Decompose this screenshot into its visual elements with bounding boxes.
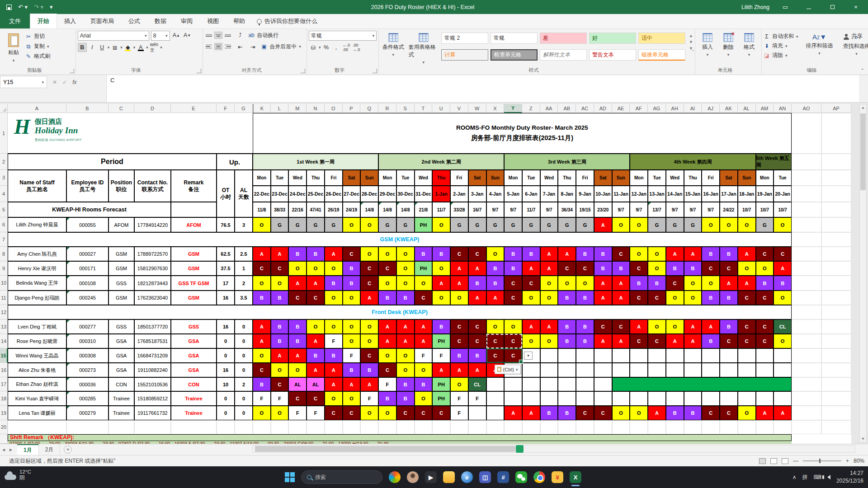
day-header-cell[interactable]: Sat [343, 170, 361, 186]
column-header-N[interactable]: N [307, 104, 325, 113]
row-header-4[interactable]: 4 [0, 186, 8, 202]
staff-ot-cell[interactable]: 17 [217, 276, 235, 291]
cell-style-检查单元格[interactable]: 检查单元格 [491, 49, 538, 61]
empty-cell[interactable] [504, 420, 522, 434]
staff-position-cell[interactable]: GSM [108, 261, 134, 276]
shift-cell[interactable]: B [576, 247, 594, 261]
shift-cell[interactable]: C [253, 363, 271, 377]
shift-cell[interactable] [738, 391, 756, 406]
shift-cell[interactable]: O [396, 247, 415, 261]
shift-cell[interactable]: C [325, 406, 343, 420]
shift-cell[interactable] [540, 377, 558, 391]
staff-name-cell[interactable]: Belinda Wang 王萍 [8, 276, 66, 291]
staff-id-cell[interactable]: 000245 [66, 291, 108, 305]
shift-cell[interactable] [648, 391, 666, 406]
staff-al-cell[interactable]: 2 [235, 276, 253, 291]
font-dialog-launcher[interactable] [197, 69, 201, 73]
shift-cell[interactable] [756, 391, 774, 406]
shift-cell[interactable]: A [396, 334, 415, 348]
staff-remark-cell[interactable]: Trainee [171, 406, 217, 420]
staff-id-cell[interactable]: 000279 [66, 406, 108, 420]
shift-cell[interactable]: B [343, 276, 361, 291]
empty-cell[interactable] [821, 202, 851, 217]
shift-cell[interactable]: A [468, 261, 486, 276]
font-family-select[interactable]: Arial▾ [78, 31, 149, 41]
shift-cell[interactable]: O [540, 291, 558, 305]
shift-cell[interactable]: C [288, 291, 307, 305]
zoom-in-icon[interactable]: + [846, 458, 849, 464]
staff-remark-cell[interactable]: Trainee [171, 391, 217, 406]
shift-cell[interactable]: B [468, 276, 486, 291]
shift-cell[interactable]: A [325, 247, 343, 261]
shift-cell[interactable]: A [684, 247, 702, 261]
shift-cell[interactable]: A [540, 261, 558, 276]
accounting-format-icon[interactable]: ⛁ [309, 43, 318, 52]
empty-cell[interactable] [307, 420, 325, 434]
date-cell[interactable]: 29-Dec [378, 186, 396, 202]
shift-cell[interactable] [720, 363, 738, 377]
shift-cell[interactable]: O [288, 363, 307, 377]
staff-remark-cell[interactable]: GSS [171, 319, 217, 334]
staff-ot-cell[interactable]: 16 [217, 319, 235, 334]
shift-cell[interactable]: O [774, 291, 792, 305]
ribbon-tab-帮助[interactable]: 帮助 [226, 14, 252, 28]
shift-cell[interactable]: O [486, 319, 505, 334]
volume-icon[interactable] [827, 475, 830, 479]
empty-cell[interactable] [821, 305, 851, 319]
shift-cell[interactable]: O [558, 276, 576, 291]
row-header-13[interactable]: 13 [0, 319, 8, 334]
column-header-AL[interactable]: AL [738, 104, 756, 113]
shift-cell[interactable]: B [702, 291, 720, 305]
forecast-cell[interactable]: 16/7 [468, 202, 486, 217]
shift-cell[interactable] [576, 363, 594, 377]
format-cells-button[interactable]: 格式▾ [739, 31, 760, 57]
empty-cell[interactable] [450, 420, 468, 434]
shift-cell[interactable]: O [271, 363, 289, 377]
empty-cell[interactable] [271, 420, 289, 434]
column-header-O[interactable]: O [325, 104, 343, 113]
empty-cell[interactable] [774, 420, 792, 434]
number-format-select[interactable]: 常规▾ [309, 31, 377, 41]
shift-cell[interactable] [630, 363, 648, 377]
shift-cell[interactable]: A [630, 319, 648, 334]
shift-cell[interactable] [522, 363, 540, 377]
shift-cell[interactable] [684, 363, 702, 377]
date-cell[interactable]: 20-Jan [774, 186, 792, 202]
shift-cell[interactable] [594, 363, 612, 377]
column-header-F[interactable]: F [217, 104, 235, 113]
shift-cell[interactable]: C [702, 261, 720, 276]
column-header-A[interactable]: A [8, 104, 66, 113]
shift-cell[interactable]: O [450, 291, 468, 305]
staff-name-cell[interactable]: Alice Zhu 朱春艳 [8, 363, 66, 377]
shift-cell[interactable]: C [558, 261, 576, 276]
shift-cell[interactable]: O [396, 348, 415, 363]
shift-cell[interactable]: C [720, 261, 738, 276]
sort-filter-button[interactable]: AZ▼ 排序和筛选▾ [803, 31, 836, 59]
shift-cell[interactable]: C [720, 334, 738, 348]
shift-cell[interactable]: C [666, 276, 684, 291]
styles-more-icon[interactable]: ▼̲ [689, 46, 693, 51]
empty-cell[interactable] [821, 334, 851, 348]
date-cell[interactable]: 15-Jan [684, 186, 702, 202]
forecast-cell[interactable]: 13/7 [648, 202, 666, 217]
shift-cell[interactable]: B [307, 247, 325, 261]
column-header-AF[interactable]: AF [630, 104, 648, 113]
shift-cell[interactable]: B [307, 348, 325, 363]
decrease-indent-icon[interactable]: ⇤ [236, 42, 245, 51]
decrease-font-icon[interactable]: A▼ [183, 31, 192, 40]
shift-cell[interactable]: O [612, 217, 630, 232]
contact-icon[interactable] [407, 471, 419, 483]
date-cell[interactable]: 13-Jan [648, 186, 666, 202]
clear-button[interactable]: ◪清除 ▾ [764, 52, 798, 59]
shift-cell[interactable]: A [738, 276, 756, 291]
empty-cell[interactable] [792, 305, 821, 319]
staff-al-cell[interactable]: 2 [235, 377, 253, 391]
shift-cell[interactable]: B [325, 348, 343, 363]
staff-name-cell[interactable]: Henry Xie 谢沃明 [8, 261, 66, 276]
shift-cell[interactable]: C [756, 319, 774, 334]
shift-cell[interactable] [648, 363, 666, 377]
empty-cell[interactable] [821, 319, 851, 334]
column-header-S[interactable]: S [396, 104, 415, 113]
shift-cell[interactable] [540, 391, 558, 406]
shift-cell[interactable]: O [253, 348, 271, 363]
